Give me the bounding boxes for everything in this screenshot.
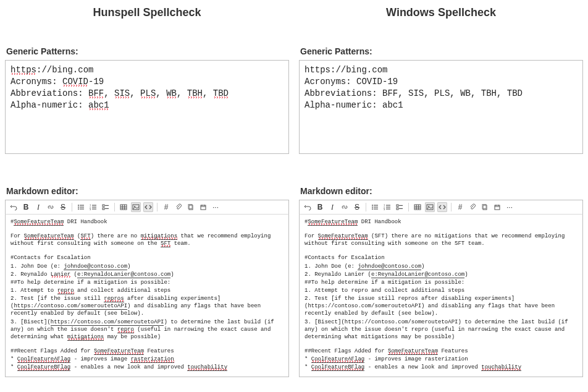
svg-rect-32: [374, 207, 378, 207]
svg-point-29: [372, 205, 373, 206]
svg-text:3: 3: [384, 208, 385, 211]
markdown-body-right[interactable]: #SomeFeatureTeam DRI Handbook For SomeFe…: [299, 215, 583, 377]
svg-rect-3: [80, 207, 84, 207]
bold-button[interactable]: B: [315, 202, 325, 212]
markdown-toolbar-right: B I S 123 # ···: [299, 200, 583, 215]
h-help-r: ##To help determine if a mitigation is p…: [304, 279, 578, 286]
c2-mail-r: e:ReynaldoLanier@contoso.com: [371, 271, 464, 278]
link-icon[interactable]: [46, 202, 56, 212]
hflags-sft-r: SomeFeatureTeam: [388, 348, 438, 355]
copy-icon[interactable]: [480, 202, 490, 212]
c1-pre-r: 1. John Doe (e:: [304, 263, 358, 270]
svg-rect-12: [103, 205, 104, 207]
s1-repro: repro: [57, 288, 74, 294]
right-column: Windows Spellcheck Generic Patterns: htt…: [299, 4, 583, 377]
date-icon[interactable]: [492, 202, 502, 212]
bold-button[interactable]: B: [21, 202, 31, 212]
table-icon[interactable]: [413, 202, 422, 212]
url-scheme-r: https: [304, 65, 330, 75]
code-icon[interactable]: [437, 202, 447, 212]
url-rest: ://bing.com: [36, 65, 93, 75]
md-h1-sft-r: SomeFeatureTeam: [308, 219, 358, 226]
acronyms-label: Acronyms:: [10, 77, 62, 87]
undo-icon[interactable]: [9, 202, 19, 212]
italic-button[interactable]: I: [33, 202, 43, 212]
svg-rect-1: [80, 205, 84, 205]
generic-alnum-line: Alpha-numeric: abc1: [10, 100, 284, 111]
bullet-list-icon[interactable]: [76, 202, 86, 212]
abbr-5: TBD: [213, 88, 229, 98]
c1-post-r: ): [421, 263, 424, 270]
strike-button[interactable]: S: [352, 202, 362, 212]
generic-box-right[interactable]: https://bing.com Acronyms: COVID-19 Abbr…: [299, 60, 583, 154]
f1-post-r: - improves image rasterization: [364, 356, 468, 362]
markdown-body-left[interactable]: #SomeFeatureTeam DRI Handbook For SomeFe…: [5, 215, 289, 377]
c2-pre: 2. Reynaldo: [10, 271, 51, 278]
md-h1-post-r: DRI Handbook: [358, 219, 401, 225]
columns: Hunspell Spellcheck Generic Patterns: ht…: [5, 4, 583, 377]
more-button[interactable]: ···: [211, 202, 220, 212]
generic-abbr-line-r: Abbreviations: BFF, SIS, PLS, WB, TBH, T…: [304, 88, 578, 100]
f1-mid: - improves image: [70, 356, 130, 362]
right-title: Windows Spellcheck: [299, 6, 583, 19]
p1-sftabbr: SFT: [80, 233, 90, 240]
acronym-word: COVID: [62, 77, 88, 87]
number-list-icon[interactable]: 123: [382, 202, 392, 212]
s2-r: 2. Test [if the issue still repros after…: [304, 295, 578, 317]
hash-button[interactable]: #: [455, 202, 465, 212]
attach-icon[interactable]: [174, 202, 183, 212]
s3-repro: repro: [117, 326, 134, 333]
svg-rect-13: [105, 205, 109, 206]
number-list-icon[interactable]: 123: [88, 202, 98, 212]
checklist-icon[interactable]: [395, 202, 405, 212]
undo-icon[interactable]: [303, 202, 313, 212]
left-column: Hunspell Spellcheck Generic Patterns: ht…: [5, 4, 289, 377]
attach-icon[interactable]: [468, 202, 477, 212]
alnum-label-r: Alpha-numeric:: [304, 100, 382, 110]
alnum-label: Alpha-numeric:: [10, 100, 88, 110]
table-icon[interactable]: [119, 202, 128, 212]
markdown-heading-right: Markdown editor:: [300, 186, 583, 196]
hflags-sft: SomeFeatureTeam: [94, 348, 144, 355]
f1-rast: rasterization: [130, 356, 174, 363]
s3-r: 3. [Bisect](https://contoso.com/somerout…: [304, 318, 578, 341]
generic-url-line-r: https://bing.com: [304, 64, 578, 76]
strike-button[interactable]: S: [58, 202, 68, 212]
code-icon[interactable]: [143, 202, 153, 212]
f1-name-r: CoolFeatureAFlag: [311, 356, 364, 363]
more-button[interactable]: ···: [505, 202, 514, 212]
date-icon[interactable]: [198, 202, 208, 212]
md-h1-sft: SomeFeatureTeam: [14, 219, 64, 226]
abbr-4-r: TBH: [481, 88, 497, 98]
svg-rect-11: [92, 208, 96, 209]
toolbar-sep-3: [157, 203, 158, 211]
svg-rect-54: [495, 205, 500, 210]
h-contacts: #Contacts for Escalation: [10, 254, 284, 262]
markdown-toolbar-left: B I S 123 # ···: [5, 200, 289, 215]
abbr-label-r: Abbreviations:: [304, 88, 382, 98]
markdown-heading-left: Markdown editor:: [6, 186, 289, 196]
c2-mid: (: [70, 271, 77, 278]
generic-alnum-line-r: Alpha-numeric: abc1: [304, 100, 578, 111]
svg-rect-36: [386, 205, 390, 205]
abbr-3: WB: [166, 88, 177, 98]
italic-button[interactable]: I: [327, 202, 337, 212]
svg-point-31: [372, 207, 373, 208]
s3-mit: mitigations: [67, 334, 104, 341]
acronym-suffix-r: -19: [382, 77, 398, 87]
copy-icon[interactable]: [186, 202, 196, 212]
f2-mid-r: - enables a new look and improved: [364, 364, 481, 370]
acronym-suffix: -19: [88, 77, 104, 87]
image-icon[interactable]: [425, 202, 435, 212]
generic-box-left[interactable]: https://bing.com Acronyms: COVID-19 Abbr…: [5, 60, 289, 154]
image-icon[interactable]: [131, 202, 141, 212]
url-rest-r: ://bing.com: [330, 65, 387, 75]
svg-point-2: [78, 207, 79, 208]
c2-pre-r: 2. Reynaldo: [304, 271, 345, 278]
bullet-list-icon[interactable]: [370, 202, 380, 212]
hash-button[interactable]: #: [161, 202, 171, 212]
link-icon[interactable]: [340, 202, 350, 212]
checklist-icon[interactable]: [101, 202, 111, 212]
toolbar-sep-2: [114, 203, 115, 211]
f2-touch: touchability: [187, 364, 227, 371]
